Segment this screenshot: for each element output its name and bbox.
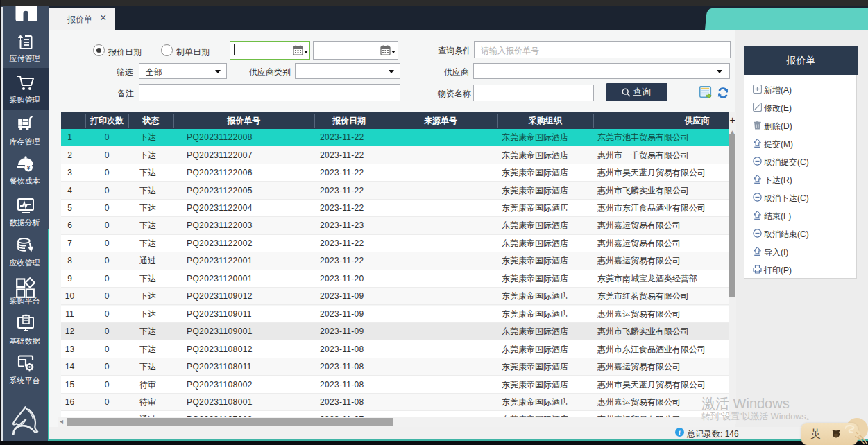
- svg-text:¥: ¥: [26, 164, 30, 171]
